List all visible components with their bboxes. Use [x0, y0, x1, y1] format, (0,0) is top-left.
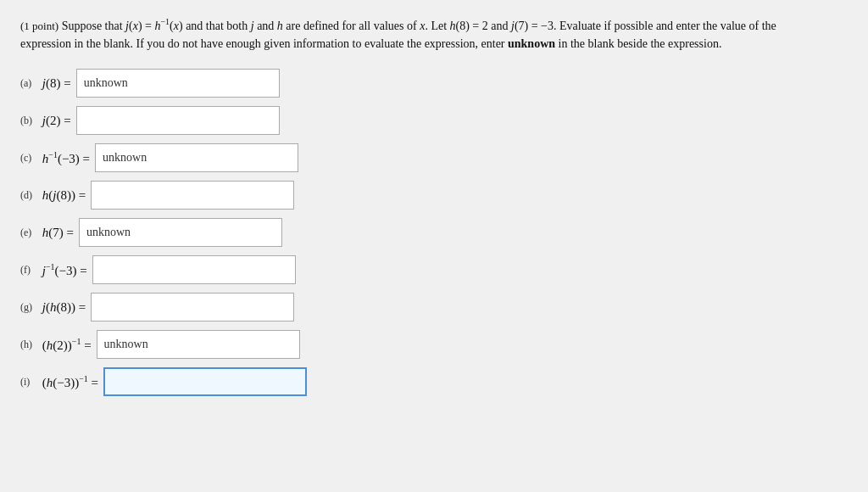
- part-e-input[interactable]: [79, 218, 282, 247]
- part-f-label: (f): [20, 264, 39, 277]
- part-c-label: (c): [20, 152, 39, 165]
- part-d-row: (d) h(j(8)) =: [20, 181, 848, 210]
- part-h-expr: (h(2))−1 =: [39, 337, 92, 353]
- part-e-label: (e): [20, 226, 39, 239]
- part-i-input[interactable]: [103, 367, 307, 396]
- part-h-label: (h): [20, 338, 39, 351]
- part-b-input[interactable]: [76, 106, 280, 135]
- part-a-row: (a) j(8) =: [20, 69, 848, 98]
- part-c-expr: h−1(−3) =: [39, 150, 90, 166]
- part-i-expr: (h(−3))−1 =: [39, 374, 98, 390]
- part-a-label: (a): [20, 77, 39, 90]
- part-g-expr: j(h(8)) =: [39, 300, 86, 315]
- part-b-label: (b): [20, 115, 39, 127]
- part-b-expr: j(2) =: [39, 114, 71, 128]
- part-c-row: (c) h−1(−3) =: [20, 143, 848, 172]
- part-d-label: (d): [20, 189, 39, 202]
- part-f-input[interactable]: [92, 255, 296, 284]
- part-a-input[interactable]: [76, 69, 280, 98]
- part-d-expr: h(j(8)) =: [39, 188, 86, 203]
- part-g-input[interactable]: [91, 293, 294, 321]
- problem-statement: (1 point) Suppose that j(x) = h−1(x) and…: [20, 15, 800, 53]
- part-h-input[interactable]: [97, 330, 300, 359]
- part-h-row: (h) (h(2))−1 =: [20, 330, 848, 359]
- part-f-expr: j−1(−3) =: [39, 262, 87, 278]
- part-g-label: (g): [20, 301, 39, 314]
- part-g-row: (g) j(h(8)) =: [20, 293, 848, 321]
- part-i-label: (i): [20, 376, 39, 389]
- part-f-row: (f) j−1(−3) =: [20, 255, 848, 284]
- part-d-input[interactable]: [91, 181, 294, 210]
- part-i-row: (i) (h(−3))−1 =: [20, 367, 848, 396]
- part-c-input[interactable]: [95, 143, 298, 172]
- part-e-row: (e) h(7) =: [20, 218, 848, 247]
- part-b-row: (b) j(2) =: [20, 106, 848, 135]
- part-a-expr: j(8) =: [39, 76, 71, 91]
- part-e-expr: h(7) =: [39, 226, 74, 240]
- point-label: (1 point): [20, 20, 58, 32]
